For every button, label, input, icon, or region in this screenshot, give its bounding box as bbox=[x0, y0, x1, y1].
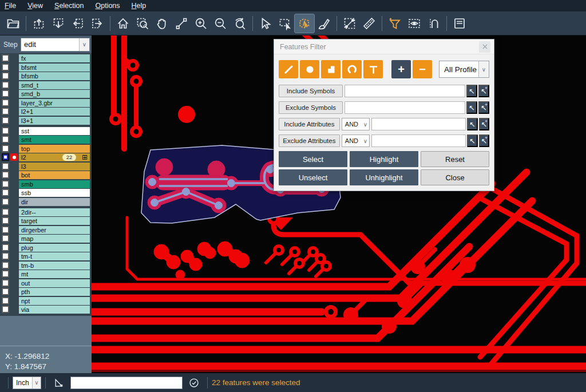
layer-name[interactable]: via bbox=[19, 306, 90, 314]
angle-snap-icon[interactable] bbox=[52, 376, 66, 390]
pick-attributes-button[interactable]: ↖ bbox=[467, 134, 477, 147]
select-arrow-button[interactable] bbox=[256, 14, 275, 33]
polarity-positive-button[interactable]: + bbox=[391, 60, 411, 78]
menu-view[interactable]: View bbox=[27, 2, 43, 10]
step-select[interactable]: edit ∨ bbox=[21, 38, 90, 52]
layer-name[interactable]: layer_3.gbr bbox=[19, 99, 90, 107]
layer-name[interactable]: npt bbox=[19, 297, 90, 305]
move-right-button[interactable] bbox=[88, 14, 107, 33]
layer-name[interactable]: top bbox=[19, 145, 90, 153]
pan-button[interactable] bbox=[152, 14, 172, 33]
layer-name[interactable]: ssb bbox=[19, 189, 90, 197]
layer-name[interactable]: l3 bbox=[19, 163, 90, 171]
zoom-out-button[interactable] bbox=[211, 14, 230, 33]
layer-name[interactable]: smd_t bbox=[19, 81, 90, 89]
grid-view-icon[interactable]: ⊞ bbox=[82, 153, 88, 161]
layer-checkbox-tm-t[interactable] bbox=[2, 252, 9, 260]
clean-button[interactable] bbox=[314, 14, 334, 33]
exclude-attributes-input[interactable] bbox=[371, 134, 466, 147]
polarity-negative-button[interactable]: − bbox=[413, 60, 432, 78]
layer-checkbox-bfsmb[interactable] bbox=[2, 72, 9, 80]
layer-checkbox-top[interactable] bbox=[2, 145, 9, 152]
close-button[interactable]: Close bbox=[421, 169, 489, 185]
layer-name[interactable]: l2 bbox=[19, 153, 90, 161]
unselect-button[interactable]: Unselect bbox=[279, 169, 347, 185]
layer-name[interactable]: bfsmb bbox=[19, 72, 90, 80]
layer-checkbox-dir[interactable] bbox=[2, 198, 9, 205]
select-rectangle-button[interactable] bbox=[275, 14, 295, 33]
pick-symbols-button[interactable]: ↖ bbox=[466, 85, 477, 97]
exclude-symbols-button[interactable]: Exclude Symbols bbox=[279, 101, 343, 114]
menu-selection[interactable]: Selection bbox=[54, 2, 84, 10]
pick-symbols-button[interactable]: ↖ bbox=[466, 101, 477, 114]
layer-checkbox-map[interactable] bbox=[2, 235, 9, 242]
layer-checkbox-smd_t[interactable] bbox=[2, 81, 9, 89]
unhighlight-button[interactable]: Unhighlight bbox=[350, 169, 418, 185]
dialog-titlebar[interactable]: Features Filter bbox=[274, 39, 494, 54]
layer-name[interactable]: smd_b bbox=[19, 90, 90, 98]
layer-checkbox-l3[interactable] bbox=[2, 163, 9, 170]
layer-checkbox-npt[interactable] bbox=[2, 297, 9, 304]
command-input[interactable] bbox=[70, 377, 183, 389]
layer-checkbox-via[interactable] bbox=[2, 306, 9, 313]
layer-name[interactable]: tm-t bbox=[19, 252, 90, 260]
include-attributes-logic-select[interactable]: AND ∨ bbox=[342, 118, 370, 130]
layer-checkbox-out[interactable] bbox=[2, 279, 9, 287]
layer-name[interactable]: dirgerber bbox=[19, 226, 90, 234]
layer-checkbox-mt[interactable] bbox=[2, 270, 9, 278]
filter-text-button[interactable] bbox=[363, 60, 383, 78]
filter-line-button[interactable] bbox=[279, 60, 298, 78]
include-attributes-button[interactable]: Include Attributes bbox=[279, 118, 340, 130]
layer-name[interactable]: sst bbox=[19, 127, 90, 135]
zoom-area-button[interactable] bbox=[133, 14, 152, 33]
pick-add-symbols-button[interactable]: ↖+ bbox=[478, 101, 489, 114]
layer-checkbox-pth[interactable] bbox=[2, 288, 9, 295]
layer-checkbox-ssb[interactable] bbox=[2, 189, 9, 196]
exclude-attributes-button[interactable]: Exclude Attributes bbox=[279, 134, 340, 147]
layer-name[interactable]: mt bbox=[19, 270, 90, 278]
layer-name[interactable]: 2dir-- bbox=[19, 208, 90, 216]
pick-attributes-button[interactable]: ↖ bbox=[467, 118, 477, 130]
layer-name[interactable]: smt bbox=[19, 136, 90, 144]
view-box-button[interactable] bbox=[405, 14, 424, 33]
include-symbols-button[interactable]: Include Symbols bbox=[279, 85, 343, 97]
layer-checkbox-2dir--[interactable] bbox=[2, 208, 9, 216]
net-trace-button[interactable] bbox=[424, 14, 444, 33]
layer-checkbox-fx[interactable] bbox=[2, 54, 9, 62]
dialog-close-button[interactable] bbox=[479, 41, 490, 53]
pick-add-attributes-button[interactable]: ↖+ bbox=[479, 118, 489, 130]
home-view-button[interactable] bbox=[113, 14, 133, 33]
menu-options[interactable]: Options bbox=[95, 2, 120, 10]
pick-add-symbols-button[interactable]: ↖+ bbox=[478, 85, 489, 97]
include-attributes-input[interactable] bbox=[371, 118, 466, 130]
layer-name[interactable]: tm-b bbox=[19, 262, 90, 270]
layer-name[interactable]: l2+1 bbox=[19, 108, 90, 116]
feature-form-button[interactable] bbox=[450, 14, 469, 33]
move-down-button[interactable] bbox=[49, 14, 68, 33]
zoom-reset-button[interactable] bbox=[230, 14, 250, 33]
layer-checkbox-target[interactable] bbox=[2, 217, 9, 224]
select-reference-button[interactable] bbox=[295, 14, 314, 33]
layer-checkbox-smd_b[interactable] bbox=[2, 90, 9, 97]
filter-surface-button[interactable] bbox=[321, 60, 340, 78]
layer-name[interactable]: smb bbox=[19, 180, 90, 188]
zoom-window-button[interactable] bbox=[172, 14, 191, 33]
layer-checkbox-bfsmt[interactable] bbox=[2, 64, 9, 71]
profile-select[interactable]: All Profile ∨ bbox=[439, 61, 489, 78]
units-select[interactable]: Inch ∨ bbox=[13, 377, 41, 389]
layer-name[interactable]: plug bbox=[19, 244, 90, 252]
layer-checkbox-tm-b[interactable] bbox=[2, 262, 9, 269]
layer-checkbox-l2[interactable] bbox=[2, 153, 9, 161]
layer-name[interactable]: target bbox=[19, 217, 90, 225]
select-button[interactable]: Select bbox=[279, 151, 347, 167]
layer-checkbox-dirgerber[interactable] bbox=[2, 226, 9, 233]
zoom-in-button[interactable] bbox=[191, 14, 211, 33]
layer-checkbox-layer_3.gbr[interactable] bbox=[2, 99, 9, 106]
layer-name[interactable]: fx bbox=[19, 54, 90, 62]
move-left-button[interactable] bbox=[68, 14, 88, 33]
include-symbols-input[interactable] bbox=[345, 85, 465, 97]
reset-button[interactable]: Reset bbox=[421, 151, 489, 167]
highlight-button[interactable]: Highlight bbox=[350, 151, 418, 167]
layer-checkbox-smt[interactable] bbox=[2, 136, 9, 143]
layer-checkbox-bot[interactable] bbox=[2, 171, 9, 179]
